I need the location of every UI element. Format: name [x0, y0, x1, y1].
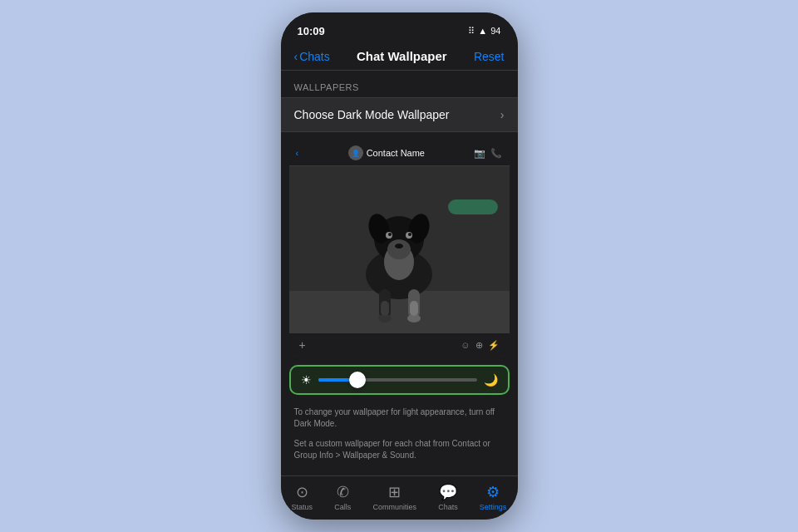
settings-tab-icon: ⚙: [486, 483, 500, 501]
svg-rect-17: [381, 301, 389, 316]
helper-text-2: Set a custom wallpaper for each chat fro…: [281, 433, 518, 465]
back-button[interactable]: ‹ Chats: [294, 50, 330, 63]
message-bubble: [448, 200, 498, 214]
communities-tab-label: Communities: [372, 503, 416, 511]
status-tab-icon: ⊙: [296, 483, 308, 501]
svg-point-10: [388, 233, 392, 236]
sticker-icon: ☺: [461, 340, 470, 351]
tab-communities[interactable]: ⊞ Communities: [372, 483, 416, 511]
battery-label: 94: [490, 26, 500, 36]
camera-icon: ⊕: [475, 340, 483, 351]
back-label: Chats: [299, 50, 330, 63]
dark-mode-wallpaper-item[interactable]: Choose Dark Mode Wallpaper ›: [281, 97, 518, 132]
calls-tab-label: Calls: [334, 503, 351, 511]
wallpaper-preview-image: [289, 166, 510, 332]
status-bar: 10:09 ⠿ ▲ 94: [281, 12, 518, 46]
section-header: WALLPAPERS: [281, 71, 518, 97]
calls-tab-icon: ✆: [337, 483, 349, 501]
chats-tab-label: Chats: [438, 503, 458, 511]
brightness-slider-container: ☀ 🌙: [289, 365, 510, 395]
preview-contact: 👤 Contact Name: [348, 145, 425, 160]
tab-calls[interactable]: ✆ Calls: [334, 483, 351, 511]
helper-text-1: To change your wallpaper for light appea…: [281, 401, 518, 433]
tab-bar: ⊙ Status ✆ Calls ⊞ Communities 💬 Chats ⚙…: [281, 475, 518, 520]
tab-settings[interactable]: ⚙ Settings: [480, 483, 507, 511]
preview-avatar: 👤: [348, 145, 363, 160]
svg-point-11: [408, 233, 411, 236]
add-attachment-icon[interactable]: +: [299, 338, 306, 352]
dark-mode-wallpaper-label: Choose Dark Mode Wallpaper: [294, 108, 450, 121]
nav-bar: ‹ Chats Chat Wallpaper Reset: [281, 46, 518, 71]
preview-bottom: + ☺ ⊕ ⚡: [289, 332, 510, 357]
settings-tab-label: Settings: [480, 503, 507, 511]
reset-button[interactable]: Reset: [474, 50, 505, 63]
preview-header: ‹ 👤 Contact Name 📷 📞: [289, 140, 510, 166]
brightness-slider[interactable]: [318, 378, 477, 382]
phone-frame: 10:09 ⠿ ▲ 94 ‹ Chats Chat Wallpaper Rese…: [281, 12, 518, 520]
communities-tab-icon: ⊞: [388, 483, 401, 501]
content-area: WALLPAPERS Choose Dark Mode Wallpaper › …: [281, 71, 518, 465]
tab-status[interactable]: ⊙ Status: [292, 483, 313, 511]
dog-svg: [289, 166, 510, 332]
video-icon: 📷: [474, 148, 485, 159]
chats-tab-icon: 💬: [439, 483, 457, 501]
page-title: Chat Wallpaper: [357, 49, 447, 63]
phone-icon: 📞: [490, 148, 502, 159]
chat-preview: ‹ 👤 Contact Name 📷 📞: [289, 140, 510, 357]
slider-thumb[interactable]: [349, 372, 366, 388]
wifi-icon: ▲: [478, 26, 487, 36]
moon-icon: 🌙: [484, 373, 498, 387]
tab-chats[interactable]: 💬 Chats: [438, 483, 458, 511]
back-chevron-icon: ‹: [294, 50, 298, 63]
status-tab-label: Status: [292, 503, 313, 511]
svg-point-7: [387, 239, 411, 259]
preview-back-icon: ‹: [296, 148, 299, 158]
status-icons: ⠿ ▲ 94: [468, 26, 500, 37]
svg-rect-18: [410, 301, 418, 316]
preview-contact-name: Contact Name: [367, 148, 425, 158]
mic-icon: ⚡: [488, 340, 500, 351]
chevron-icon: ›: [500, 108, 505, 121]
sun-icon: ☀: [301, 373, 312, 387]
status-time: 10:09: [298, 25, 325, 37]
svg-point-12: [395, 244, 403, 249]
preview-input-bar: ☺ ⊕ ⚡: [461, 340, 499, 351]
preview-actions: 📷 📞: [474, 148, 502, 159]
signal-icon: ⠿: [468, 26, 475, 37]
